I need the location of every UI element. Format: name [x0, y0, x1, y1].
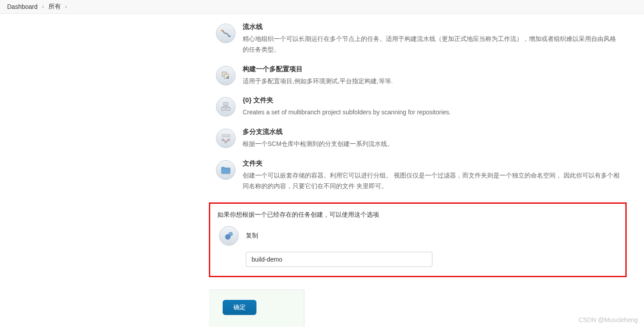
svg-point-13 [225, 141, 227, 143]
item-type-folder[interactable]: 文件夹 创建一个可以嵌套存储的容器。利用它可以进行分组。 视图仅仅是一个过滤器，… [209, 156, 627, 198]
copy-icon [219, 226, 239, 246]
svg-point-2 [227, 77, 228, 78]
svg-point-17 [229, 232, 232, 235]
item-type-folder0[interactable]: {0} 文件夹 Creates a set of multibranch pro… [209, 93, 627, 124]
item-desc: Creates a set of multibranch project sub… [243, 107, 620, 118]
item-title: 文件夹 [243, 159, 620, 168]
breadcrumb: Dashboard › 所有 › [0, 0, 644, 14]
breadcrumb-dashboard[interactable]: Dashboard [7, 3, 38, 10]
main-content: 流水线 精心地组织一个可以长期运行在多个节点上的任务。适用于构建流水线（更加正式… [209, 14, 627, 327]
copy-heading: 如果你想根据一个已经存在的任务创建，可以使用这个选项 [217, 211, 618, 219]
item-title: 多分支流水线 [243, 128, 620, 136]
chevron-right-icon: › [42, 4, 44, 10]
copy-label: 复制 [246, 232, 258, 240]
svg-rect-10 [222, 135, 230, 137]
chevron-right-icon: › [65, 4, 67, 10]
item-title: {0} 文件夹 [243, 96, 620, 105]
org-folder-icon [216, 97, 236, 117]
multibranch-icon [216, 129, 236, 148]
item-type-multibranch[interactable]: 多分支流水线 根据一个SCM仓库中检测到的分支创建一系列流水线。 [209, 124, 627, 156]
item-desc: 根据一个SCM仓库中检测到的分支创建一系列流水线。 [243, 139, 620, 149]
svg-line-14 [224, 140, 225, 141]
item-desc: 创建一个可以嵌套存储的容器。利用它可以进行分组。 视图仅仅是一个过滤器，而文件夹… [243, 170, 620, 192]
svg-point-12 [228, 139, 229, 141]
footer-section: 确定 [209, 290, 304, 327]
svg-rect-5 [227, 108, 230, 111]
folder-icon [216, 160, 236, 180]
pipeline-icon [216, 24, 236, 43]
multiconfig-icon [216, 66, 236, 85]
svg-line-15 [227, 140, 228, 141]
svg-rect-3 [224, 103, 228, 106]
copy-from-input[interactable] [246, 252, 432, 267]
item-title: 流水线 [243, 23, 620, 31]
item-desc: 适用于多配置项目,例如多环境测试,平台指定构建,等等. [243, 76, 620, 87]
item-type-pipeline[interactable]: 流水线 精心地组织一个可以长期运行在多个节点上的任务。适用于构建流水线（更加正式… [209, 19, 627, 61]
breadcrumb-all[interactable]: 所有 [48, 3, 61, 11]
item-type-multiconfig[interactable]: 构建一个多配置项目 适用于多配置项目,例如多环境测试,平台指定构建,等等. [209, 61, 627, 93]
svg-point-11 [222, 139, 224, 141]
item-desc: 精心地组织一个可以长期运行在多个节点上的任务。适用于构建流水线（更加正式地应当称… [243, 34, 620, 55]
copy-section: 如果你想根据一个已经存在的任务创建，可以使用这个选项 复制 [209, 202, 627, 277]
item-title: 构建一个多配置项目 [243, 65, 620, 73]
submit-button[interactable]: 确定 [223, 300, 256, 315]
svg-rect-4 [221, 108, 225, 111]
